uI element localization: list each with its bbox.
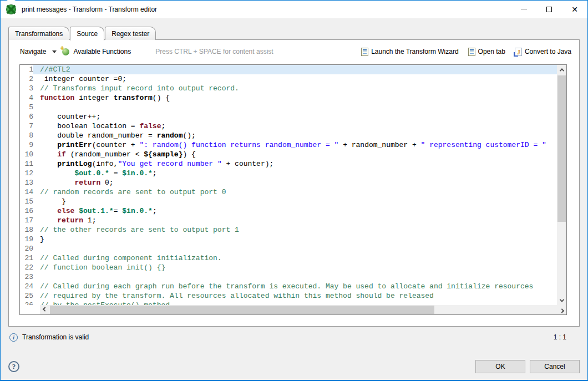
code-line-text: integer counter =0; (33, 74, 557, 84)
horizontal-scrollbar-thumb[interactable] (50, 306, 434, 314)
code-line-text: // Called during component initializatio… (33, 253, 557, 263)
java-document-icon (515, 48, 522, 56)
tab-content: Navigate Available Functions Press CTRL … (8, 39, 580, 327)
line-number: 25 (20, 291, 33, 301)
editor-toolbar: Navigate Available Functions Press CTRL … (9, 40, 579, 63)
code-line: 4function integer transform() { (20, 93, 557, 103)
line-number: 4 (20, 93, 33, 103)
available-functions-button[interactable]: Available Functions (62, 48, 131, 55)
line-number: 9 (20, 140, 33, 150)
cancel-button[interactable]: Cancel (530, 360, 580, 373)
green-sphere-plus-icon (62, 48, 69, 55)
line-number: 6 (20, 112, 33, 121)
line-number: 19 (20, 235, 33, 244)
line-number: 21 (20, 253, 33, 263)
maximize-button[interactable] (536, 1, 562, 18)
code-line: 5 (20, 103, 557, 112)
convert-to-java-label: Convert to Java (525, 48, 571, 55)
scrollbar-gutter-spacer (20, 305, 40, 314)
code-line: 15 } (20, 197, 557, 206)
status-bar: i Transformation is valid 1 : 1 (9, 332, 580, 343)
tab-regex-tester[interactable]: Regex tester (105, 27, 156, 40)
code-line-text: // the other records are sent to output … (33, 225, 557, 235)
chevron-down-icon (52, 50, 57, 53)
dialog-body: TransformationsSourceRegex tester Naviga… (1, 18, 587, 380)
scroll-left-button[interactable] (40, 305, 49, 314)
code-line-text: // random records are sent to output por… (33, 187, 557, 197)
code-line: 26// by the postExecute() method. (20, 301, 557, 305)
navigate-button[interactable]: Navigate (20, 48, 57, 55)
line-number: 16 (20, 206, 33, 216)
ok-button[interactable]: OK (475, 360, 525, 373)
line-number: 15 (20, 197, 33, 206)
close-icon: ✕ (571, 6, 578, 13)
tab-source[interactable]: Source (70, 27, 104, 40)
line-number: 13 (20, 178, 33, 187)
code-line: 2 integer counter =0; (20, 74, 557, 84)
vertical-scrollbar[interactable] (557, 65, 566, 305)
code-line-text: // function boolean init() {} (33, 263, 557, 272)
code-line: 20 (20, 244, 557, 253)
code-line: 24// Called during each graph run before… (20, 282, 557, 291)
code-line-text: // required by the transform. All resour… (33, 291, 557, 301)
code-line-text: printErr(counter + ": random() function … (33, 140, 557, 150)
code-line: 7 boolean location = false; (20, 121, 557, 131)
help-button[interactable]: ? (8, 361, 19, 372)
convert-to-java-button[interactable]: Convert to Java (515, 48, 571, 56)
chevron-right-icon (559, 308, 564, 313)
titlebar: print messages - Transform - Transform e… (1, 1, 587, 18)
code-line: 8 double random_number = random(); (20, 131, 557, 140)
code-line-text: printLog(info,"You get record number " +… (33, 159, 557, 169)
scroll-down-button[interactable] (557, 296, 566, 305)
line-number: 18 (20, 225, 33, 235)
code-line-text: double random_number = random(); (33, 131, 557, 140)
launch-transform-wizard-label: Launch the Transform Wizard (371, 48, 458, 55)
code-line: 21// Called during component initializat… (20, 253, 557, 263)
document-lines-icon (468, 48, 475, 56)
code-line-text (33, 244, 557, 253)
caret-position: 1 : 1 (554, 333, 566, 341)
code-line-text: $out.0.* = $in.0.*; (33, 169, 557, 178)
scroll-right-button[interactable] (557, 305, 566, 314)
minimize-icon (521, 9, 527, 10)
code-editor[interactable]: 1//#CTL22 integer counter =0;3// Transfo… (19, 64, 567, 315)
info-circle-icon: i (9, 333, 18, 342)
code-line: 14// random records are sent to output p… (20, 187, 557, 197)
code-line-text: // Transforms input record into output r… (33, 84, 557, 93)
available-functions-label: Available Functions (73, 48, 131, 55)
code-line: 23 (20, 272, 557, 282)
window-title: print messages - Transform - Transform e… (22, 6, 157, 13)
close-button[interactable]: ✕ (562, 1, 587, 18)
open-tab-label: Open tab (478, 48, 505, 55)
code-line-text: return 1; (33, 216, 557, 225)
code-line: 19} (20, 235, 557, 244)
footer: ? OK Cancel (8, 359, 580, 374)
code-view[interactable]: 1//#CTL22 integer counter =0;3// Transfo… (20, 65, 557, 305)
code-line: 17 return 1; (20, 216, 557, 225)
clover-icon (6, 4, 16, 14)
line-number: 23 (20, 272, 33, 282)
code-line-text: else $out.1.*= $in.0.*; (33, 206, 557, 216)
code-line: 18// the other records are sent to outpu… (20, 225, 557, 235)
line-number: 20 (20, 244, 33, 253)
line-number: 17 (20, 216, 33, 225)
horizontal-scrollbar[interactable] (20, 305, 566, 314)
minimize-button[interactable] (511, 1, 536, 18)
scroll-up-button[interactable] (557, 65, 566, 74)
code-line-text (33, 272, 557, 282)
line-number: 12 (20, 169, 33, 178)
open-tab-button[interactable]: Open tab (468, 48, 505, 56)
code-line-text: // by the postExecute() method. (33, 301, 557, 305)
line-number: 3 (20, 84, 33, 93)
code-line: 3// Transforms input record into output … (20, 84, 557, 93)
question-icon: ? (12, 362, 16, 371)
line-number: 1 (20, 65, 33, 74)
code-line-text: // Called during each graph run before t… (33, 282, 557, 291)
maximize-icon (546, 7, 552, 12)
tab-transformations[interactable]: Transformations (8, 27, 69, 40)
code-line: 16 else $out.1.*= $in.0.*; (20, 206, 557, 216)
launch-transform-wizard-button[interactable]: Launch the Transform Wizard (361, 48, 458, 56)
vertical-scrollbar-thumb[interactable] (557, 75, 566, 222)
content-assist-hint: Press CTRL + SPACE for content assist (155, 48, 273, 55)
code-line-text (33, 103, 557, 112)
